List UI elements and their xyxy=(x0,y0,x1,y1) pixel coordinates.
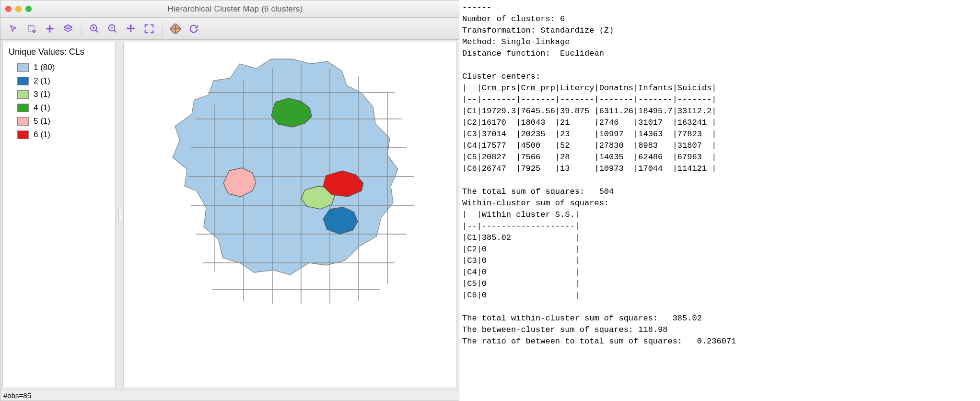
legend-item[interactable]: 5 (1) xyxy=(9,115,109,128)
pan-icon[interactable] xyxy=(123,21,139,37)
legend-label: 5 (1) xyxy=(34,117,50,126)
legend-label: 1 (80) xyxy=(34,63,55,72)
refresh-icon[interactable] xyxy=(186,21,202,37)
legend-title: Unique Values: CLs xyxy=(9,47,109,57)
legend-swatch xyxy=(17,130,29,139)
map-window: Hierarchical Cluster Map (6 clusters) xyxy=(0,0,459,401)
legend-swatch xyxy=(17,104,29,112)
svg-point-1 xyxy=(33,30,35,32)
legend-label: 4 (1) xyxy=(34,103,50,113)
basemap-icon[interactable] xyxy=(167,21,184,37)
titlebar[interactable]: Hierarchical Cluster Map (6 clusters) xyxy=(0,0,459,18)
toolbar-separator xyxy=(162,22,163,36)
legend-item[interactable]: 1 (80) xyxy=(9,61,109,74)
zoom-out-icon[interactable] xyxy=(105,21,121,37)
legend-item[interactable]: 3 (1) xyxy=(9,88,109,101)
fit-icon[interactable] xyxy=(141,21,157,37)
legend-swatch xyxy=(17,117,29,126)
report-panel: ------ Number of clusters: 6 Transformat… xyxy=(459,0,980,401)
traffic-lights xyxy=(5,6,32,12)
zoom-in-icon[interactable] xyxy=(86,21,103,37)
legend-panel: Unique Values: CLs 1 (80)2 (1)3 (1)4 (1)… xyxy=(2,42,116,388)
select-rect-icon[interactable] xyxy=(23,21,40,37)
toolbar-separator xyxy=(81,22,82,36)
legend-swatch xyxy=(17,90,29,99)
pointer-icon[interactable] xyxy=(5,21,22,37)
legend-label: 2 (1) xyxy=(34,76,50,86)
status-bar: #obs=85 xyxy=(0,390,459,401)
legend-swatch xyxy=(17,77,29,85)
france-map xyxy=(157,47,433,306)
window-title: Hierarchical Cluster Map (6 clusters) xyxy=(40,4,430,14)
add-icon[interactable] xyxy=(42,21,58,37)
legend-label: 3 (1) xyxy=(34,90,50,99)
legend-item[interactable]: 2 (1) xyxy=(9,74,109,88)
panel-splitter[interactable] xyxy=(117,40,123,390)
legend-item[interactable]: 6 (1) xyxy=(9,128,109,142)
map-canvas[interactable] xyxy=(123,42,457,388)
legend-swatch xyxy=(17,63,29,72)
workarea: Unique Values: CLs 1 (80)2 (1)3 (1)4 (1)… xyxy=(0,40,459,390)
minimize-icon[interactable] xyxy=(15,6,22,12)
toolbar xyxy=(0,18,459,40)
close-icon[interactable] xyxy=(5,6,12,12)
region-cluster-2[interactable] xyxy=(323,207,358,234)
obs-count: #obs=85 xyxy=(3,391,31,400)
layers-icon[interactable] xyxy=(60,21,76,37)
maximize-icon[interactable] xyxy=(25,6,32,12)
legend-item[interactable]: 4 (1) xyxy=(9,101,109,115)
legend-label: 6 (1) xyxy=(34,130,50,140)
